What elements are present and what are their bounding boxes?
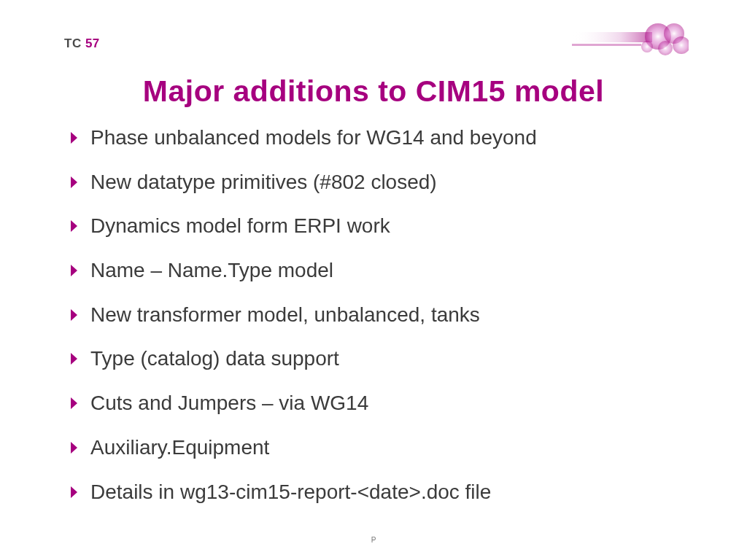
bullet-triangle-icon [71,440,80,458]
bullet-triangle-icon [71,131,80,148]
bullet-text: Auxiliary.Equipment [90,436,269,459]
bullet-text: Cuts and Jumpers – via WG14 [90,392,368,415]
bullet-list: Phase unbalanced models for WG14 and bey… [71,126,681,524]
bullet-triangle-icon [71,485,80,502]
list-item: Auxiliary.Equipment [71,436,681,459]
list-item: New transformer model, unbalanced, tanks [71,303,681,327]
bullet-triangle-icon [71,308,80,325]
list-item: New datatype primitives (#802 closed) [71,171,681,194]
header-prefix: TC [64,36,82,50]
svg-point-6 [641,41,653,52]
bullet-triangle-icon [71,219,80,236]
footer-text: P [0,536,747,544]
list-item: Cuts and Jumpers – via WG14 [71,392,681,415]
bullet-triangle-icon [71,396,80,413]
list-item: Type (catalog) data support [71,347,681,370]
decorative-graphic [572,23,689,55]
list-item: Name – Name.Type model [71,259,681,282]
bullet-text: Details in wg13-cim15-report-<date>.doc … [90,481,491,504]
header-label: TC 57 [64,36,100,51]
svg-rect-1 [572,44,641,46]
bullet-triangle-icon [71,175,80,192]
bullet-triangle-icon [71,263,80,281]
bullet-text: New transformer model, unbalanced, tanks [90,303,480,327]
bullet-text: New datatype primitives (#802 closed) [90,171,437,194]
list-item: Dynamics model form ERPI work [71,214,681,238]
svg-rect-0 [572,32,652,42]
svg-point-2 [645,23,671,50]
list-item: Details in wg13-cim15-report-<date>.doc … [71,481,681,504]
bullet-text: Type (catalog) data support [90,347,339,370]
list-item: Phase unbalanced models for WG14 and bey… [71,126,681,149]
svg-point-5 [658,41,673,55]
bullet-triangle-icon [71,351,80,369]
svg-point-3 [664,23,684,44]
bullet-text: Phase unbalanced models for WG14 and bey… [90,126,537,149]
bullet-text: Dynamics model form ERPI work [90,214,390,238]
slide: TC 57 Ma [0,0,747,560]
bullet-text: Name – Name.Type model [90,259,333,282]
slide-title: Major additions to CIM15 model [0,74,747,109]
header-number: 57 [85,36,100,50]
svg-point-4 [673,36,689,54]
